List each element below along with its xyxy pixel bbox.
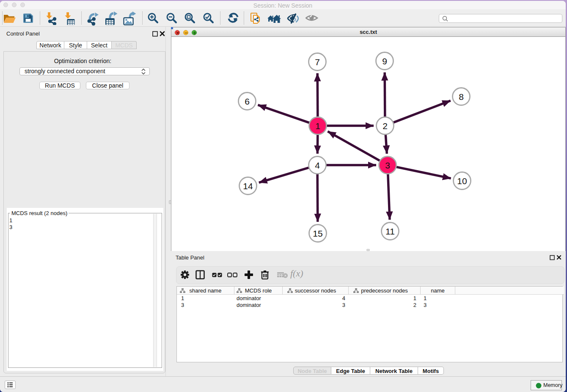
svg-text:14: 14: [243, 181, 253, 191]
svg-text:11: 11: [385, 226, 395, 236]
svg-text:8: 8: [459, 92, 464, 102]
svg-text:4: 4: [315, 160, 320, 170]
svg-text:7: 7: [315, 57, 320, 67]
svg-text:15: 15: [313, 229, 322, 238]
svg-text:10: 10: [457, 176, 467, 186]
svg-text:6: 6: [245, 97, 250, 106]
svg-text:9: 9: [382, 56, 387, 66]
svg-text:3: 3: [385, 160, 390, 170]
svg-text:2: 2: [383, 121, 388, 131]
svg-text:1: 1: [315, 121, 320, 131]
